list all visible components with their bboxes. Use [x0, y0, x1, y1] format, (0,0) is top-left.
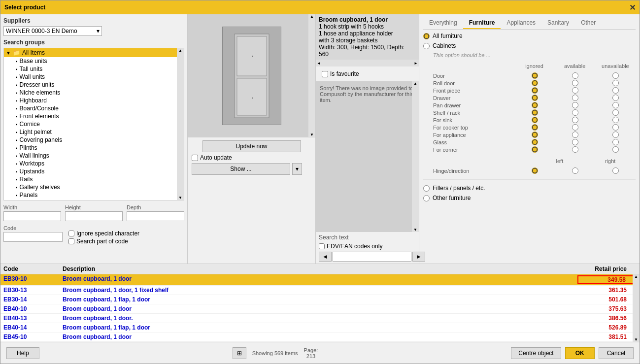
scroll-down-icon[interactable]: ▼: [177, 196, 184, 200]
frontpiece-ignored-radio[interactable]: [532, 87, 538, 94]
rolldoor-unavailable-radio[interactable]: [612, 80, 619, 86]
tree-item-niche-elements[interactable]: ▪ Niche elements: [14, 89, 184, 97]
tree-item-tall-units[interactable]: ▪ Tall units: [14, 65, 184, 73]
table-scroll-down-icon[interactable]: ▼: [633, 337, 640, 342]
door-ignored-radio[interactable]: [532, 72, 538, 79]
close-button[interactable]: ✕: [629, 3, 636, 12]
tab-appliances[interactable]: Appliances: [501, 17, 541, 29]
pandrawer-ignored-radio[interactable]: [532, 102, 538, 108]
table-row[interactable]: EB30-10 Broom cupboard, 1 door 349.58: [0, 274, 640, 286]
tree-item-base-units[interactable]: ▪ Base units: [14, 57, 184, 65]
tree-item-worktops[interactable]: ▪ Worktops: [14, 160, 184, 167]
height-input[interactable]: [65, 211, 123, 221]
shelfrack-ignored-radio[interactable]: [532, 109, 538, 116]
show-dropdown-button[interactable]: ▾: [292, 163, 302, 175]
scroll-up-icon[interactable]: ▲: [308, 14, 315, 19]
table-row[interactable]: EB40-10 Broom cupboard, 1 door 375.63: [0, 304, 640, 314]
hinge-right-radio[interactable]: [612, 167, 619, 174]
update-now-button[interactable]: Update now: [202, 140, 301, 152]
rolldoor-available-radio[interactable]: [572, 80, 578, 86]
forcorner-available-radio[interactable]: [572, 146, 578, 153]
forsink-available-radio[interactable]: [572, 117, 578, 123]
door-unavailable-radio[interactable]: [612, 72, 619, 79]
ok-button[interactable]: OK: [565, 347, 595, 359]
show-button[interactable]: Show ...: [192, 163, 290, 175]
tree-item-hoods-extractors[interactable]: ▪ Hoods/Extractors: [14, 199, 184, 200]
forappliance-available-radio[interactable]: [572, 132, 578, 138]
tree-container[interactable]: ▲ ▼ ▼ 📁 All Items ▪ Base units ▪ Tall un…: [3, 48, 184, 200]
scroll-down-icon[interactable]: ▼: [308, 132, 315, 137]
tree-item-wall-linings[interactable]: ▪ Wall linings: [14, 152, 184, 160]
scroll-left-icon[interactable]: ◄: [317, 61, 321, 66]
cancel-button[interactable]: Cancel: [599, 347, 634, 359]
pandrawer-unavailable-radio[interactable]: [612, 102, 619, 108]
edv-ean-checkbox[interactable]: [319, 243, 325, 249]
is-favourite-checkbox[interactable]: [322, 71, 328, 77]
drawer-ignored-radio[interactable]: [532, 95, 538, 101]
forcookertop-unavailable-radio[interactable]: [612, 124, 619, 131]
tab-sanitary[interactable]: Sanitary: [541, 17, 575, 29]
frontpiece-available-radio[interactable]: [572, 87, 578, 94]
scroll-bar-lower[interactable]: ▲ ▼: [412, 81, 419, 232]
forcorner-ignored-radio[interactable]: [532, 146, 538, 153]
forcookertop-ignored-radio[interactable]: [532, 124, 538, 131]
tree-item-front-elements[interactable]: ▪ Front elements: [14, 112, 184, 120]
help-button[interactable]: Help: [6, 347, 39, 359]
tree-item-rails[interactable]: ▪ Rails: [14, 175, 184, 183]
hinge-ignored-radio[interactable]: [532, 167, 538, 174]
forappliance-ignored-radio[interactable]: [532, 132, 538, 138]
door-available-radio[interactable]: [572, 72, 578, 79]
tree-root-item[interactable]: ▼ 📁 All Items: [4, 48, 184, 57]
other-furniture-radio[interactable]: [423, 195, 430, 201]
tab-everything[interactable]: Everything: [423, 17, 463, 29]
tree-item-covering-panels[interactable]: ▪ Covering panels: [14, 136, 184, 144]
table-scroll-up-icon[interactable]: ▲: [633, 274, 640, 279]
tree-item-cornice[interactable]: ▪ Cornice: [14, 120, 184, 128]
shelfrack-unavailable-radio[interactable]: [612, 109, 619, 116]
table-row[interactable]: EB30-14 Broom cupboard, 1 flap, 1 door 5…: [0, 295, 640, 304]
drawer-available-radio[interactable]: [572, 95, 578, 101]
pandrawer-available-radio[interactable]: [572, 102, 578, 108]
grid-icon-button[interactable]: ⊞: [233, 347, 246, 359]
tree-item-plinths[interactable]: ▪ Plinths: [14, 144, 184, 152]
tree-item-highboard[interactable]: ▪ Highboard: [14, 97, 184, 104]
tree-item-light-pelmet[interactable]: ▪ Light pelmet: [14, 128, 184, 136]
search-prev-button[interactable]: ◄: [319, 252, 332, 262]
forcookertop-available-radio[interactable]: [572, 124, 578, 131]
width-input[interactable]: [3, 211, 61, 221]
frontpiece-unavailable-radio[interactable]: [612, 87, 619, 94]
depth-input[interactable]: [127, 211, 184, 221]
scroll-up-icon[interactable]: ▲: [177, 48, 184, 53]
glass-available-radio[interactable]: [572, 139, 578, 145]
table-row[interactable]: EB30-13 Broom cupboard, 1 door, 1 fixed …: [0, 286, 640, 295]
tree-item-dresser-units[interactable]: ▪ Dresser units: [14, 81, 184, 89]
ignore-special-checkbox[interactable]: [68, 231, 74, 236]
centre-object-button[interactable]: Centre object: [511, 347, 561, 359]
scroll-up-icon[interactable]: ▲: [412, 81, 419, 86]
desc-scrollbar[interactable]: ◄ ►: [316, 60, 419, 66]
tab-other[interactable]: Other: [575, 17, 602, 29]
tree-item-panels[interactable]: ▪ Panels: [14, 191, 184, 199]
tree-item-wall-units[interactable]: ▪ Wall units: [14, 73, 184, 81]
table-row[interactable]: EB40-14 Broom cupboard, 1 flap, 1 door 5…: [0, 323, 640, 332]
table-row[interactable]: EB40-13 Broom cupboard, 1 door. 386.56: [0, 314, 640, 323]
scroll-down-icon[interactable]: ▼: [412, 228, 419, 232]
table-row[interactable]: EB45-10 Broom cupboard, 1 door 381.51: [0, 332, 640, 342]
forsink-ignored-radio[interactable]: [532, 117, 538, 123]
rolldoor-ignored-radio[interactable]: [532, 80, 538, 86]
forappliance-unavailable-radio[interactable]: [612, 132, 619, 138]
scroll-right-icon[interactable]: ►: [414, 61, 418, 66]
search-part-checkbox[interactable]: [68, 238, 74, 244]
glass-ignored-radio[interactable]: [532, 139, 538, 145]
drawer-unavailable-radio[interactable]: [612, 95, 619, 101]
forcorner-unavailable-radio[interactable]: [612, 146, 619, 153]
fillers-radio[interactable]: [423, 185, 430, 192]
code-input[interactable]: [3, 232, 63, 242]
supplier-dropdown[interactable]: WINNER 0000-3 EN Demo ▾: [3, 26, 102, 36]
forsink-unavailable-radio[interactable]: [612, 117, 619, 123]
tree-item-board-console[interactable]: ▪ Board/Console: [14, 104, 184, 112]
tree-item-upstands[interactable]: ▪ Upstands: [14, 167, 184, 175]
auto-update-checkbox[interactable]: [192, 155, 198, 161]
shelfrack-available-radio[interactable]: [572, 109, 578, 116]
tab-furniture[interactable]: Furniture: [463, 17, 501, 29]
